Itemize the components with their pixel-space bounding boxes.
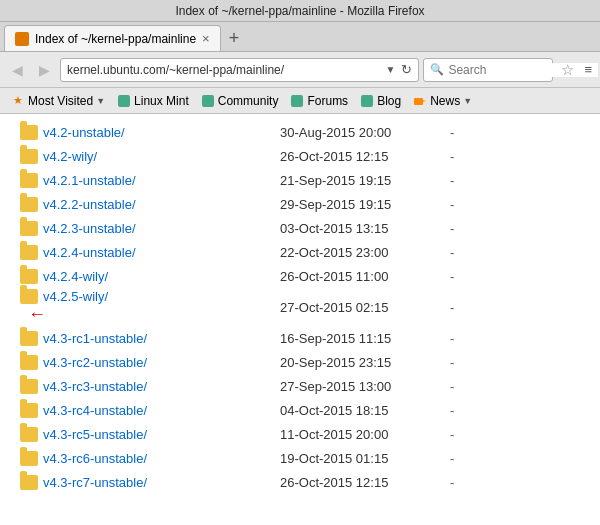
file-link[interactable]: v4.2.1-unstable/ (20, 173, 272, 188)
refresh-button[interactable]: ↻ (401, 62, 412, 77)
tab-bar: Index of ~/kernel-ppa/mainline × + (0, 22, 600, 52)
file-name: v4.3-rc4-unstable/ (43, 403, 147, 418)
address-text: kernel.ubuntu.com/~kernel-ppa/mainline/ (67, 63, 386, 77)
file-size: - (446, 168, 584, 192)
folder-icon (20, 427, 38, 442)
file-size: - (446, 446, 584, 470)
bookmark-item-blog[interactable]: Blog (355, 92, 406, 110)
active-tab[interactable]: Index of ~/kernel-ppa/mainline × (4, 25, 221, 51)
search-bar[interactable]: 🔍 (423, 58, 553, 82)
file-size: - (446, 326, 584, 350)
file-link[interactable]: v4.2.5-wily/ (20, 289, 272, 304)
folder-icon (20, 451, 38, 466)
file-date: 11-Oct-2015 20:00 (276, 422, 446, 446)
svg-rect-4 (414, 98, 423, 105)
folder-icon (20, 379, 38, 394)
title-bar: Index of ~/kernel-ppa/mainline - Mozilla… (0, 0, 600, 22)
file-link[interactable]: v4.3-rc6-unstable/ (20, 451, 272, 466)
file-link[interactable]: v4.3-rc4-unstable/ (20, 403, 272, 418)
folder-icon (20, 245, 38, 260)
file-name: v4.3-rc7-unstable/ (43, 475, 147, 490)
folder-icon (20, 197, 38, 212)
table-row: v4.2.4-unstable/22-Oct-2015 23:00- (16, 240, 584, 264)
file-size: - (446, 470, 584, 494)
folder-icon (20, 289, 38, 304)
file-date: 21-Sep-2015 19:15 (276, 168, 446, 192)
bookmark-item-forums[interactable]: Forums (285, 92, 353, 110)
file-size: - (446, 264, 584, 288)
annotation-arrow: ← (28, 304, 46, 324)
bookmark-icon (201, 94, 215, 108)
file-date: 27-Sep-2015 13:00 (276, 374, 446, 398)
folder-icon (20, 355, 38, 370)
file-name: v4.3-rc6-unstable/ (43, 451, 147, 466)
table-row: v4.2.1-unstable/21-Sep-2015 19:15- (16, 168, 584, 192)
main-content: v4.2-unstable/30-Aug-2015 20:00-v4.2-wil… (0, 114, 600, 525)
file-link[interactable]: v4.3-rc7-unstable/ (20, 475, 272, 490)
folder-icon (20, 269, 38, 284)
bookmark-item-most-visited[interactable]: ★Most Visited▼ (6, 92, 110, 110)
table-row: v4.2.5-wily/←27-Oct-2015 02:15- (16, 288, 584, 326)
back-button[interactable]: ◀ (6, 59, 29, 81)
bookmark-icon (360, 94, 374, 108)
bookmark-label: Most Visited (28, 94, 93, 108)
file-date: 26-Oct-2015 11:00 (276, 264, 446, 288)
bookmark-item-community[interactable]: Community (196, 92, 284, 110)
file-size: - (446, 240, 584, 264)
tab-label: Index of ~/kernel-ppa/mainline (35, 32, 196, 46)
address-bar[interactable]: kernel.ubuntu.com/~kernel-ppa/mainline/ … (60, 58, 419, 82)
table-row: v4.2-unstable/30-Aug-2015 20:00- (16, 120, 584, 144)
file-link[interactable]: v4.2.3-unstable/ (20, 221, 272, 236)
file-name: v4.3-rc1-unstable/ (43, 331, 147, 346)
file-link[interactable]: v4.3-rc3-unstable/ (20, 379, 272, 394)
tab-close-button[interactable]: × (202, 31, 210, 46)
file-date: 16-Sep-2015 11:15 (276, 326, 446, 350)
file-date: 20-Sep-2015 23:15 (276, 350, 446, 374)
file-link[interactable]: v4.2.2-unstable/ (20, 197, 272, 212)
table-row: v4.3-rc2-unstable/20-Sep-2015 23:15- (16, 350, 584, 374)
file-name: v4.3-rc5-unstable/ (43, 427, 147, 442)
file-name: v4.2.4-wily/ (43, 269, 108, 284)
file-name: v4.2-wily/ (43, 149, 97, 164)
menu-button[interactable]: ≡ (582, 62, 594, 77)
file-link[interactable]: v4.3-rc2-unstable/ (20, 355, 272, 370)
file-size: - (446, 192, 584, 216)
bookmark-label: Blog (377, 94, 401, 108)
file-link[interactable]: v4.2-wily/ (20, 149, 272, 164)
table-row: v4.3-rc5-unstable/11-Oct-2015 20:00- (16, 422, 584, 446)
bookmark-item-linux-mint[interactable]: Linux Mint (112, 92, 194, 110)
address-dropdown-icon[interactable]: ▼ (386, 64, 396, 75)
bookmark-label: News (430, 94, 460, 108)
file-name: v4.2-unstable/ (43, 125, 125, 140)
file-name: v4.3-rc2-unstable/ (43, 355, 147, 370)
file-link[interactable]: v4.2.4-unstable/ (20, 245, 272, 260)
bookmark-label: Community (218, 94, 279, 108)
bookmark-star-button[interactable]: ☆ (557, 61, 578, 79)
file-size: - (446, 398, 584, 422)
bookmark-item-news[interactable]: News▼ (408, 92, 477, 110)
file-size: - (446, 144, 584, 168)
file-size: - (446, 422, 584, 446)
file-size: - (446, 120, 584, 144)
window-title: Index of ~/kernel-ppa/mainline - Mozilla… (175, 4, 424, 18)
folder-icon (20, 331, 38, 346)
folder-icon (20, 125, 38, 140)
file-link[interactable]: v4.3-rc1-unstable/ (20, 331, 272, 346)
forward-button[interactable]: ▶ (33, 59, 56, 81)
file-link[interactable]: v4.3-rc5-unstable/ (20, 427, 272, 442)
file-link[interactable]: v4.2.4-wily/ (20, 269, 272, 284)
file-name: v4.2.1-unstable/ (43, 173, 136, 188)
new-tab-button[interactable]: + (223, 25, 246, 51)
folder-icon (20, 221, 38, 236)
folder-icon (20, 475, 38, 490)
tab-favicon (15, 32, 29, 46)
file-table: v4.2-unstable/30-Aug-2015 20:00-v4.2-wil… (16, 120, 584, 494)
file-size: - (446, 374, 584, 398)
svg-rect-3 (361, 95, 373, 107)
file-name: v4.3-rc3-unstable/ (43, 379, 147, 394)
bookmark-icon (117, 94, 131, 108)
file-size: - (446, 288, 584, 326)
folder-icon (20, 173, 38, 188)
file-link[interactable]: v4.2-unstable/ (20, 125, 272, 140)
bookmark-label: Linux Mint (134, 94, 189, 108)
